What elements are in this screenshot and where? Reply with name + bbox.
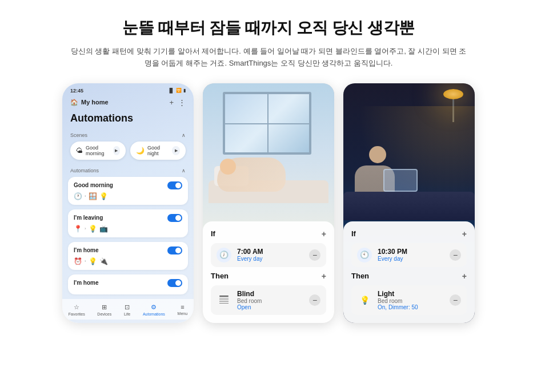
night-device-text: Light Bed room On, Dimmer: 50 bbox=[378, 290, 444, 310]
clock-icon-morning: 🕖 bbox=[217, 248, 231, 262]
nav-life[interactable]: ⊡ Life bbox=[124, 304, 130, 316]
then-plus-night[interactable]: + bbox=[462, 272, 467, 281]
life-label: Life bbox=[124, 312, 130, 316]
scene-good-morning[interactable]: 🌤 Good morning ▶ bbox=[70, 142, 126, 160]
then-plus-morning[interactable]: + bbox=[322, 272, 326, 281]
chevron-up-icon: ∧ bbox=[182, 132, 186, 138]
night-device-minus[interactable]: − bbox=[450, 294, 461, 306]
automations-nav-label: Automations bbox=[143, 312, 165, 316]
morning-minus-button[interactable]: − bbox=[309, 249, 320, 261]
night-scene bbox=[343, 83, 475, 220]
if-plus-morning[interactable]: + bbox=[322, 229, 326, 239]
automation-home-1: I'm home ⏰ › 💡 🔌 bbox=[68, 242, 188, 270]
status-time: 12:45 bbox=[70, 88, 83, 94]
night-info-panel: If + 🕙 10:30 PM Every day − Then + bbox=[343, 221, 475, 323]
devices-label: Devices bbox=[97, 312, 111, 316]
if-plus-night[interactable]: + bbox=[462, 229, 467, 239]
person-head bbox=[220, 159, 236, 175]
auto-item-header-3: I'm home bbox=[74, 246, 182, 254]
toggle-leaving[interactable] bbox=[167, 214, 182, 222]
sun-icon: 🌤 bbox=[76, 147, 83, 155]
more-icon[interactable]: ⋮ bbox=[178, 98, 186, 107]
blind-icon-1: 🪟 bbox=[89, 192, 97, 200]
person-icon-1: 🕐 bbox=[74, 192, 82, 200]
nav-menu[interactable]: ≡ Menu bbox=[178, 304, 188, 316]
arrow-icon-1: › bbox=[85, 193, 86, 199]
home-icon: 🏠 bbox=[70, 99, 78, 106]
svg-rect-3 bbox=[219, 301, 229, 302]
phone-nav: ☆ Favorites ⊞ Devices ⊡ Life ⚙ Automatio… bbox=[62, 299, 194, 320]
phone-header-left: 🏠 My home bbox=[70, 99, 109, 106]
night-device-name: Light bbox=[378, 290, 444, 298]
toggle-good-morning[interactable] bbox=[167, 181, 182, 189]
then-section-night: Then + 💡 Light Bed room On, Dimmer: 50 − bbox=[351, 272, 467, 315]
good-night-label: Good night bbox=[147, 145, 169, 156]
lamp-shade bbox=[443, 89, 463, 99]
nav-devices[interactable]: ⊞ Devices bbox=[97, 304, 111, 316]
night-time-text: 10:30 PM Every day bbox=[378, 248, 444, 262]
night-device-status: On, Dimmer: 50 bbox=[378, 304, 444, 310]
morning-scene bbox=[203, 83, 334, 220]
morning-time: 7:00 AM bbox=[237, 248, 303, 256]
signal-icon: ▐▌ bbox=[168, 88, 174, 93]
night-everyday: Every day bbox=[378, 256, 444, 262]
tablet bbox=[383, 169, 418, 192]
play-night-button[interactable]: ▶ bbox=[172, 146, 180, 155]
favorites-label: Favorites bbox=[69, 312, 85, 316]
hero-title: 눈뜰 때부터 잠들 때까지 오직 당신 생각뿐 bbox=[11, 17, 526, 39]
window-divider-h bbox=[225, 123, 309, 124]
automations-label: Automations bbox=[70, 168, 99, 173]
morning-device-location: Bed room bbox=[237, 298, 303, 304]
automation-leaving: I'm leaving 📍 › 💡 📺 bbox=[68, 209, 188, 237]
scenes-label: Scenes bbox=[70, 132, 87, 138]
morning-device-minus[interactable]: − bbox=[309, 294, 320, 306]
toggle-home-2[interactable] bbox=[167, 279, 182, 287]
menu-icon: ≡ bbox=[181, 304, 184, 310]
phone-header: 🏠 My home + ⋮ bbox=[62, 96, 194, 111]
toggle-home-1[interactable] bbox=[167, 246, 182, 254]
device-icon-3: 🔌 bbox=[99, 257, 108, 265]
phone-header-right: + ⋮ bbox=[169, 98, 186, 107]
plus-icon[interactable]: + bbox=[169, 98, 174, 107]
life-icon: ⊡ bbox=[125, 304, 130, 311]
light-icon-night: 💡 bbox=[357, 293, 372, 308]
light-icon-2: 💡 bbox=[89, 225, 97, 233]
auto-title-1: Good morning bbox=[74, 182, 113, 188]
arrow-icon-2: › bbox=[85, 226, 86, 231]
scenes-section-header: Scenes ∧ bbox=[62, 130, 194, 142]
if-section-morning: If + bbox=[211, 229, 326, 239]
favorites-icon: ☆ bbox=[74, 304, 79, 311]
auto-icons-3: ⏰ › 💡 🔌 bbox=[74, 257, 182, 265]
nav-favorites[interactable]: ☆ Favorites bbox=[69, 304, 85, 316]
light-icon-1: 💡 bbox=[99, 192, 108, 200]
automations-section-header: Automations ∧ bbox=[62, 165, 194, 177]
status-icons: ▐▌ 🛜 ▮ bbox=[168, 88, 186, 93]
arrow-icon-3: › bbox=[85, 258, 86, 264]
auto-item-header-4: I'm home bbox=[74, 279, 182, 287]
phone-status-bar: 12:45 ▐▌ 🛜 ▮ bbox=[62, 83, 194, 96]
then-text-morning: Then bbox=[211, 272, 229, 280]
morning-device-text: Blind Bed room Open bbox=[237, 290, 303, 310]
moon-icon: 🌙 bbox=[136, 147, 145, 155]
morning-everyday: Every day bbox=[237, 256, 303, 262]
scenes-row: 🌤 Good morning ▶ 🌙 Good night ▶ bbox=[62, 142, 194, 165]
scene-good-night[interactable]: 🌙 Good night ▶ bbox=[130, 142, 186, 160]
nav-automations[interactable]: ⚙ Automations bbox=[143, 304, 165, 316]
hero-subtitle: 당신의 생활 패턴에 맞춰 기기를 알아서 제어합니다. 예를 들어 일어날 때… bbox=[69, 46, 468, 70]
svg-rect-2 bbox=[219, 300, 229, 300]
good-morning-label: Good morning bbox=[86, 145, 110, 156]
then-label-night: Then + bbox=[351, 272, 467, 281]
night-minus-button[interactable]: − bbox=[450, 249, 461, 261]
morning-info-panel: If + 🕖 7:00 AM Every day − Then + bbox=[203, 221, 334, 323]
auto-icons-1: 🕐 › 🪟 💡 bbox=[74, 192, 182, 200]
night-device-location: Bed room bbox=[378, 298, 444, 304]
night-head bbox=[369, 146, 386, 163]
wifi-icon: 🛜 bbox=[176, 88, 182, 93]
automations-title: Automations bbox=[62, 111, 194, 130]
play-morning-button[interactable]: ▶ bbox=[113, 146, 120, 155]
light-icon-3: 💡 bbox=[89, 257, 97, 265]
if-label-morning: If bbox=[211, 229, 215, 238]
menu-label: Menu bbox=[178, 312, 188, 316]
then-section-morning: Then + bbox=[211, 272, 326, 315]
morning-time-row: 🕖 7:00 AM Every day − bbox=[211, 243, 326, 267]
